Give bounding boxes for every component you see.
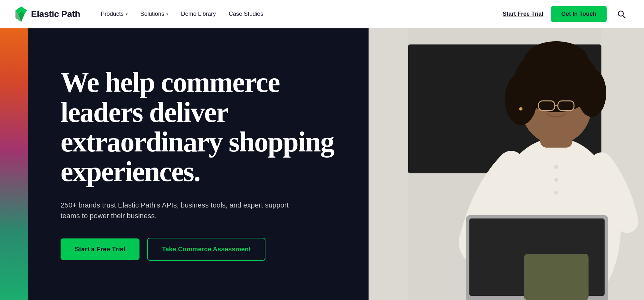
navbar-left: Elastic Path Products ▾ Solutions ▾ Demo… [15, 6, 268, 22]
navbar-right: Start Free Trial Get In Touch [503, 6, 629, 22]
hero-content: We help commerce leaders deliver extraor… [28, 28, 369, 300]
navbar: Elastic Path Products ▾ Solutions ▾ Demo… [0, 0, 644, 28]
chevron-down-icon: ▾ [126, 12, 128, 16]
hero-accent-bar [0, 28, 28, 300]
hero-subtext: 250+ brands trust Elastic Path's APIs, b… [61, 200, 293, 221]
hero-section: We help commerce leaders deliver extraor… [0, 28, 644, 300]
svg-rect-4 [369, 28, 408, 300]
start-free-trial-button[interactable]: Start a Free Trial [61, 238, 139, 260]
nav-item-products[interactable]: Products ▾ [96, 8, 133, 20]
search-button[interactable] [614, 7, 629, 21]
hero-person-illustration [369, 28, 644, 300]
logo[interactable]: Elastic Path [15, 6, 80, 22]
nav-label-case-studies: Case Studies [229, 11, 263, 17]
nav-links: Products ▾ Solutions ▾ Demo Library Case… [96, 8, 268, 20]
search-icon [617, 10, 626, 19]
logo-icon [15, 6, 27, 22]
svg-point-10 [505, 73, 537, 125]
svg-point-0 [618, 11, 623, 16]
nav-item-demo-library[interactable]: Demo Library [176, 8, 221, 20]
hero-buttons: Start a Free Trial Take Commerce Assessm… [61, 238, 336, 261]
logo-text: Elastic Path [31, 9, 80, 19]
nav-item-solutions[interactable]: Solutions ▾ [135, 8, 173, 20]
nav-item-case-studies[interactable]: Case Studies [224, 8, 268, 20]
get-in-touch-button[interactable]: Get In Touch [551, 6, 607, 22]
chevron-down-icon: ▾ [166, 12, 168, 16]
take-commerce-assessment-button[interactable]: Take Commerce Assessment [147, 238, 266, 261]
svg-point-22 [554, 191, 558, 195]
hero-image [369, 28, 644, 300]
start-free-trial-link[interactable]: Start Free Trial [503, 11, 543, 17]
svg-point-12 [524, 41, 588, 80]
svg-line-1 [623, 15, 626, 18]
svg-rect-23 [524, 254, 588, 300]
svg-point-21 [554, 178, 558, 182]
svg-point-20 [554, 165, 558, 169]
nav-label-solutions: Solutions [140, 11, 164, 17]
svg-point-11 [577, 69, 606, 117]
svg-point-16 [519, 107, 522, 111]
nav-label-demo-library: Demo Library [181, 11, 216, 17]
hero-headline: We help commerce leaders deliver extraor… [61, 68, 336, 187]
nav-label-products: Products [101, 11, 124, 17]
